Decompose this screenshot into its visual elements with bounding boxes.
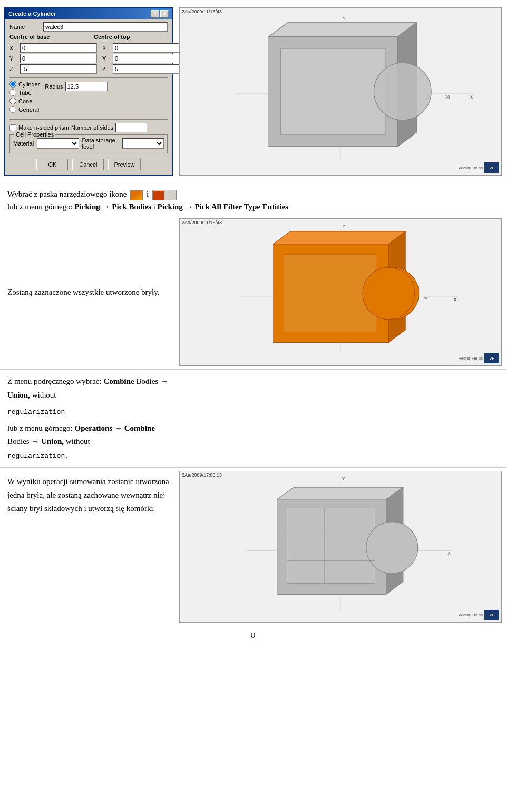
instructions-text: Z menu podręcznego wybrać: Combine Bodie… <box>0 370 179 467</box>
instr-without2: without <box>66 437 90 446</box>
bottom-section: W wyniku operacji sumowania zostanie utw… <box>0 468 506 626</box>
picking-text: Picking <box>74 202 100 211</box>
base-coords: X Y Z <box>9 43 97 74</box>
sides-input[interactable] <box>115 123 147 132</box>
render-svg-top: Y X 30 -60 -50 10 20 30 <box>180 8 501 175</box>
toolbar-icon1 <box>130 190 143 200</box>
material-row: Material Data storage level <box>13 137 164 150</box>
base-x-label: X <box>9 45 18 51</box>
instr-pre2: lub z menu górnego: <box>7 424 73 432</box>
bottom-paragraph: W wyniku operacji sumowania zostanie utw… <box>7 475 174 516</box>
dialog-titlebar: Create a Cylinder ? X <box>5 8 172 19</box>
dialog-buttons: OK Cancel Preview <box>9 157 168 171</box>
close-button[interactable]: X <box>160 10 169 17</box>
instr-arrow1: → <box>160 377 168 385</box>
instr-union2: Union, <box>41 437 64 446</box>
base-z-input[interactable] <box>20 64 97 74</box>
centre-top-label: Centre of top <box>94 34 168 40</box>
i-text: i <box>153 202 155 211</box>
mid-paragraph: Zostaną zaznaczone wszystkie utworzone b… <box>7 288 174 297</box>
top-x-input[interactable] <box>113 43 190 53</box>
radio-cylinder: Cylinder <box>9 81 40 88</box>
preview-button[interactable]: Preview <box>108 159 140 170</box>
base-z-label: Z <box>9 66 18 72</box>
svg-marker-28 <box>274 231 405 244</box>
radius-input[interactable] <box>65 82 108 91</box>
instr-arrow2: → <box>114 424 124 432</box>
material-label: Material <box>13 140 34 147</box>
page-num-text: 8 <box>251 631 255 640</box>
pick-all-filter: Pick All Filter Type Entities <box>194 202 288 211</box>
nprism-checkbox[interactable] <box>9 124 16 131</box>
name-label: Name <box>9 24 41 30</box>
instr-bodies2: Bodies <box>7 437 30 446</box>
picking2-text: Picking <box>158 202 183 211</box>
svg-text:X: X <box>470 94 473 100</box>
render-panel-mid: 2Aa/2009/11/16/43 Y X 30 -60 -50 10 20 3… <box>179 218 502 366</box>
vf-text-mid: Vector Fields <box>459 356 483 361</box>
toolbar-text: Wybrać z paska narzędziowego ikonę <box>7 190 127 198</box>
name-row: Name <box>9 22 168 32</box>
render-panel-bottom: 2Aa/2009/17:00:13 Y X 30 -40 -50 10 20 Z <box>179 471 502 623</box>
vf-logo-top: VF <box>484 162 499 173</box>
material-select[interactable] <box>37 138 79 149</box>
data-storage-select[interactable] <box>122 138 164 149</box>
cell-properties-legend: Cell Properties <box>14 131 55 138</box>
top-coords: X Y Z <box>102 43 190 74</box>
svg-rect-29 <box>284 255 376 332</box>
instr-operations: Operations <box>74 424 112 432</box>
nprism-label: Make n-sided prism <box>18 124 69 131</box>
ok-button[interactable]: OK <box>36 159 68 170</box>
create-cylinder-dialog: Create a Cylinder ? X Name Centre of bas… <box>4 7 173 176</box>
data-storage-label: Data storage level <box>82 137 119 150</box>
instructions-section: Z menu podręcznego wybrać: Combine Bodie… <box>0 370 506 468</box>
top-x-label: X <box>102 45 111 51</box>
render-svg-mid: Y X 30 -60 -50 10 20 30 <box>180 219 501 365</box>
top-y-label: Y <box>102 55 111 62</box>
instr-pre1: Z menu podręcznego wybrać: <box>7 377 102 385</box>
centre-base-label: Centre of base <box>9 34 83 40</box>
instr-bodies: Bodies <box>137 377 159 385</box>
toolbar-and: i <box>147 190 149 198</box>
vf-text-top: Vector Fields <box>459 166 483 170</box>
top-z-input[interactable] <box>113 64 190 74</box>
instr-combine: Combine <box>103 377 134 385</box>
radio-cone: Cone <box>9 98 40 104</box>
vf-logo-mid: VF <box>484 353 499 363</box>
instr-union: Union, <box>7 391 30 399</box>
toolbar-icon2 <box>152 190 177 200</box>
base-y-input[interactable] <box>20 54 97 63</box>
centre-headers: Centre of base Centre of top <box>9 34 168 41</box>
dialog-titlebar-buttons: ? X <box>151 10 169 17</box>
cancel-button[interactable]: Cancel <box>72 159 104 170</box>
top-y-input[interactable] <box>113 54 190 63</box>
svg-point-31 <box>363 267 414 319</box>
render-svg-bottom: Y X 30 -40 -50 10 20 Z <box>180 471 501 622</box>
toolbar-menu-text: lub z menu górnego: <box>7 202 73 211</box>
mid-section: Zostaną zaznaczone wszystkie utworzone b… <box>0 215 506 370</box>
vf-watermark-mid: Vector Fields VF <box>459 353 499 363</box>
dialog-panel: Create a Cylinder ? X Name Centre of bas… <box>0 4 179 179</box>
vf-text-bottom: Vector Fields <box>459 613 483 617</box>
cone-label: Cone <box>18 98 32 104</box>
dialog-title: Create a Cylinder <box>8 11 56 17</box>
top-z-label: Z <box>102 66 111 72</box>
cylinder-radio[interactable] <box>9 81 16 88</box>
vf-watermark-top: Vector Fields VF <box>459 162 499 173</box>
base-y-label: Y <box>9 55 18 62</box>
dialog-body: Name Centre of base Centre of top <box>5 19 172 175</box>
arrow2: → <box>185 202 195 211</box>
general-radio[interactable] <box>9 106 16 113</box>
shape-radio-group: Cylinder Tube Cone General <box>9 81 40 113</box>
tube-radio[interactable] <box>9 89 16 96</box>
radio-tube: Tube <box>9 89 40 96</box>
radius-label: Radius <box>45 83 63 90</box>
name-input[interactable] <box>43 22 168 32</box>
instr-combine2: Combine <box>124 424 155 432</box>
radio-general: General <box>9 106 40 113</box>
base-x-input[interactable] <box>20 43 97 53</box>
cone-radio[interactable] <box>9 98 16 104</box>
instr-without: without <box>32 391 56 399</box>
help-button[interactable]: ? <box>151 10 159 17</box>
vf-logo-bottom: VF <box>484 610 499 620</box>
